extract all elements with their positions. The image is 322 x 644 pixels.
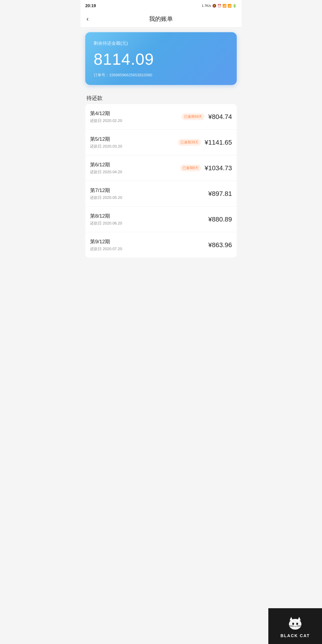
overdue-badge: 已逾期68天 xyxy=(182,113,205,120)
bill-item-right: 已逾期68天¥804.74 xyxy=(182,113,232,121)
bill-period: 第9/12期 xyxy=(90,238,122,245)
bill-item-left: 第8/12期还款日 2020.06.20 xyxy=(90,213,122,226)
bill-amount: ¥1034.73 xyxy=(205,164,232,172)
summary-label: 剩余待还金额(元) xyxy=(94,41,228,46)
summary-card: 剩余待还金额(元) 8114.09 订单号：156985966256538100… xyxy=(85,32,237,85)
bill-item-left: 第7/12期还款日 2020.05.20 xyxy=(90,187,122,200)
section-title: 待还款 xyxy=(85,95,237,102)
bill-period: 第5/12期 xyxy=(90,136,122,143)
bill-date: 还款日 2020.06.20 xyxy=(90,221,122,226)
bill-amount: ¥1141.65 xyxy=(205,139,232,146)
status-icons: 🔕 ⏰ 📶 📶 🔋 xyxy=(212,4,237,8)
bill-item-right: ¥897.81 xyxy=(208,190,232,198)
bill-date: 还款日 2020.05.20 xyxy=(90,195,122,200)
bill-period: 第7/12期 xyxy=(90,187,122,194)
bill-item[interactable]: 第8/12期还款日 2020.06.20¥880.89 xyxy=(85,207,237,232)
bill-amount: ¥804.74 xyxy=(208,113,232,121)
status-bar: 20:19 1.7K/s 🔕 ⏰ 📶 📶 🔋 xyxy=(80,0,242,11)
bill-item[interactable]: 第5/12期还款日 2020.03.20已逾期39天¥1141.65 xyxy=(85,130,237,155)
bill-item-right: 已逾期8天¥1034.73 xyxy=(180,164,232,172)
bill-amount: ¥880.89 xyxy=(208,216,232,223)
bill-date: 还款日 2020.04.20 xyxy=(90,169,122,175)
bill-date: 还款日 2020.03.20 xyxy=(90,144,122,149)
bill-amount: ¥897.81 xyxy=(208,190,232,198)
bill-date: 还款日 2020.02.20 xyxy=(90,118,122,123)
bill-date: 还款日 2020.07.20 xyxy=(90,246,122,252)
bill-amount: ¥863.96 xyxy=(208,241,232,249)
summary-order: 订单号：15698596625653810080 xyxy=(94,72,228,78)
bill-period: 第8/12期 xyxy=(90,213,122,219)
order-prefix: 订单号： xyxy=(94,73,109,77)
bill-item[interactable]: 第9/12期还款日 2020.07.20¥863.96 xyxy=(85,232,237,258)
summary-amount: 8114.09 xyxy=(94,50,228,68)
bill-period: 第4/12期 xyxy=(90,110,122,117)
bill-item[interactable]: 第6/12期还款日 2020.04.20已逾期8天¥1034.73 xyxy=(85,155,237,181)
main-content: 剩余待还金额(元) 8114.09 订单号：156985966256538100… xyxy=(80,27,242,262)
overdue-badge: 已逾期39天 xyxy=(178,139,201,146)
bill-list: 第4/12期还款日 2020.02.20已逾期68天¥804.74第5/12期还… xyxy=(85,104,237,258)
overdue-badge: 已逾期8天 xyxy=(180,165,201,171)
bill-item-left: 第5/12期还款日 2020.03.20 xyxy=(90,136,122,149)
bill-item-left: 第4/12期还款日 2020.02.20 xyxy=(90,110,122,123)
bill-item-right: ¥880.89 xyxy=(208,216,232,223)
network-speed: 1.7K/s xyxy=(202,4,211,7)
bill-item-left: 第9/12期还款日 2020.07.20 xyxy=(90,238,122,252)
order-number: 15698596625653810080 xyxy=(109,73,152,77)
bill-item-right: ¥863.96 xyxy=(208,241,232,249)
bill-item-right: 已逾期39天¥1141.65 xyxy=(178,139,232,146)
status-time: 20:19 xyxy=(85,3,96,8)
bill-item[interactable]: 第4/12期还款日 2020.02.20已逾期68天¥804.74 xyxy=(85,104,237,130)
bill-item[interactable]: 第7/12期还款日 2020.05.20¥897.81 xyxy=(85,181,237,207)
bill-item-left: 第6/12期还款日 2020.04.20 xyxy=(90,161,122,175)
bill-period: 第6/12期 xyxy=(90,161,122,168)
page-title: 我的账单 xyxy=(149,15,173,23)
back-button[interactable]: ‹ xyxy=(86,15,89,23)
header: ‹ 我的账单 xyxy=(80,11,242,27)
status-right: 1.7K/s 🔕 ⏰ 📶 📶 🔋 xyxy=(202,4,237,8)
